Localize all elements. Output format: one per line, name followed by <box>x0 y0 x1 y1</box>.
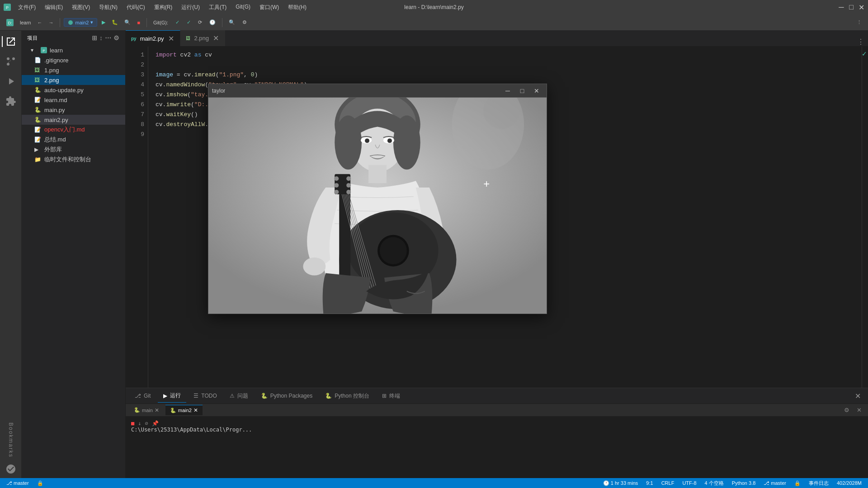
menu-help[interactable]: 帮助(H) <box>284 2 310 13</box>
activity-run[interactable] <box>2 72 20 90</box>
toolbar-project-label[interactable]: learn <box>17 19 33 27</box>
git-clock[interactable]: 🕐 <box>207 18 218 27</box>
toolbar-settings[interactable]: ⚙ <box>240 18 250 27</box>
tree-item-temp[interactable]: 📁 临时文件和控制台 <box>22 155 125 164</box>
floating-image-window[interactable]: taylor ─ □ ✕ <box>208 84 547 314</box>
sidebar-icon-collapse[interactable]: ↕ <box>99 34 103 42</box>
sidebar-icon-sync[interactable]: ⊞ <box>92 34 98 42</box>
run-settings-button[interactable]: ⚙ <box>841 406 852 414</box>
terminal-pin[interactable]: 📌 <box>152 420 159 427</box>
activity-extensions[interactable] <box>2 92 20 110</box>
run-tab-main2[interactable]: 🐍 main2 ✕ <box>165 405 203 415</box>
terminal-scroll-end[interactable]: ↓ <box>138 420 141 427</box>
menu-tools[interactable]: 工具(T) <box>205 2 230 13</box>
activity-explorer[interactable] <box>2 33 20 51</box>
status-python[interactable]: Python 3.8 <box>729 478 759 488</box>
floating-minimize-button[interactable]: ─ <box>501 86 514 95</box>
coverage-button[interactable]: 🔍 <box>122 18 133 27</box>
toolbar-project-icon[interactable]: D: <box>4 18 16 28</box>
tab-2png[interactable]: 🖼 2.png ✕ <box>180 30 226 46</box>
tab-2png-close[interactable]: ✕ <box>212 35 220 42</box>
panel-tab-git[interactable]: ⎇ Git <box>129 390 156 402</box>
menu-refactor[interactable]: 重构(R) <box>151 2 176 13</box>
tree-item-summarymd[interactable]: 📝 总结.md <box>22 135 125 145</box>
tree-root[interactable]: ▾ P learn <box>22 45 125 55</box>
run-tab-main[interactable]: 🐍 main ✕ <box>129 405 164 415</box>
run-close-button[interactable]: ✕ <box>854 406 864 414</box>
toolbar-more[interactable]: ⋮ <box>854 18 864 27</box>
panel-close-button[interactable]: ✕ <box>851 390 864 402</box>
floating-close-button[interactable]: ✕ <box>530 86 543 95</box>
menu-nav[interactable]: 导航(N) <box>95 2 121 13</box>
status-lock-right[interactable]: 🔒 <box>792 478 803 488</box>
tree-item-mainpy[interactable]: 🐍 main.py <box>22 105 125 115</box>
run-button[interactable]: ▶ <box>99 18 108 27</box>
floating-maximize-button[interactable]: □ <box>516 86 528 95</box>
tree-item-learnmd[interactable]: 📝 learn.md <box>22 95 125 105</box>
run-tab-main-close[interactable]: ✕ <box>155 407 159 413</box>
tree-item-2png[interactable]: 🖼 2.png <box>22 75 125 85</box>
panel-tab-packages[interactable]: 🐍 Python Packages <box>255 390 318 402</box>
git-fetch[interactable]: ⟳ <box>195 18 205 27</box>
panel-tab-console-label: Python 控制台 <box>335 392 369 400</box>
tab-main2py-close[interactable]: ✕ <box>167 35 175 42</box>
status-git-branch[interactable]: ⎇ master <box>4 478 32 488</box>
tree-item-main2py[interactable]: 🐍 main2.py <box>22 115 125 125</box>
panel-tab-terminal[interactable]: ⊞ 终端 <box>377 389 406 403</box>
tree-item-1png[interactable]: 🖼 1.png <box>22 65 125 75</box>
svg-point-22 <box>387 138 392 143</box>
menu-git[interactable]: Git(G) <box>232 2 254 13</box>
menu-window[interactable]: 窗口(W) <box>256 2 283 13</box>
git-commit[interactable]: ✓ <box>173 18 182 27</box>
menu-code[interactable]: 代码(C) <box>123 2 149 13</box>
activity-bottom[interactable] <box>2 460 20 478</box>
tree-item-autoupdate[interactable]: 🐍 auto-update.py <box>22 85 125 95</box>
run-tab-main2-close[interactable]: ✕ <box>193 407 198 413</box>
tree-item-external[interactable]: ▶ 外部库 <box>22 145 125 155</box>
status-lock[interactable]: 🔒 <box>34 478 46 488</box>
menu-view[interactable]: 视图(V) <box>68 2 94 13</box>
panel-tab-console[interactable]: 🐍 Python 控制台 <box>320 389 375 403</box>
status-events[interactable]: 事件日志 <box>806 478 831 488</box>
panel-tab-problems[interactable]: ⚠ 问题 <box>224 389 254 403</box>
status-cursor[interactable]: 9:1 <box>643 478 656 488</box>
maximize-button[interactable]: □ <box>848 4 854 10</box>
terminal-clear[interactable]: ⊘ <box>145 420 148 427</box>
tree-item-opencvmd[interactable]: 📝 opencv入门.md <box>22 125 125 135</box>
menu-edit[interactable]: 编辑(E) <box>41 2 66 13</box>
tree-item-gitignore[interactable]: 📄 .gitignore <box>22 55 125 65</box>
git-push[interactable]: ✓ <box>184 18 193 27</box>
terminal-stop-button[interactable]: ■ <box>131 420 134 427</box>
status-encoding[interactable]: UTF-8 <box>679 478 699 488</box>
status-time[interactable]: 🕐 1 hr 33 mins <box>600 478 641 488</box>
close-button[interactable]: ✕ <box>858 4 864 10</box>
toolbar-search[interactable]: 🔍 <box>226 18 238 27</box>
debug-button[interactable]: 🐛 <box>109 18 121 27</box>
status-indent[interactable]: 4 个空格 <box>702 478 726 488</box>
sidebar-icon-dots[interactable]: ⋯ <box>105 34 112 42</box>
activity-vcs[interactable] <box>2 52 20 70</box>
sidebar-icon-settings[interactable]: ⚙ <box>113 34 120 42</box>
tab-main2py[interactable]: py main2.py ✕ <box>126 30 180 46</box>
floating-titlebar[interactable]: taylor ─ □ ✕ <box>208 84 547 98</box>
window-controls[interactable]: ─ □ ✕ <box>838 4 864 10</box>
stop-button[interactable]: ■ <box>134 19 143 27</box>
tab-more[interactable]: ⋮ <box>854 38 868 46</box>
terminal-content[interactable]: ■ ↓ ⊘ 📌 C:\Users\25313\AppData\Local\Pro… <box>126 417 868 478</box>
menu-file[interactable]: 文件(F) <box>14 2 39 13</box>
panel-tab-run[interactable]: ▶ 运行 <box>158 389 186 403</box>
toolbar-nav-back[interactable]: ← <box>34 19 45 27</box>
svg-point-40 <box>346 176 351 181</box>
minimize-button[interactable]: ─ <box>838 4 844 10</box>
floating-window-controls[interactable]: ─ □ ✕ <box>501 86 543 95</box>
toolbar-nav-forward[interactable]: → <box>46 19 56 27</box>
menu-bar[interactable]: 文件(F) 编辑(E) 视图(V) 导航(N) 代码(C) 重构(R) 运行(U… <box>14 2 310 13</box>
activity-bookmarks[interactable]: Bookmarks <box>2 422 20 458</box>
status-git-branch-right[interactable]: ⎇ master <box>761 478 789 488</box>
status-eol[interactable]: CRLF <box>659 478 677 488</box>
panel-tab-todo[interactable]: ☰ TODO <box>188 390 222 402</box>
run-config-dropdown[interactable]: main2 ▾ <box>64 18 97 27</box>
toolbar-left: D: learn ← → <box>4 18 56 28</box>
menu-run[interactable]: 运行(U) <box>178 2 203 13</box>
status-memory[interactable]: 402/2028M <box>834 478 864 488</box>
